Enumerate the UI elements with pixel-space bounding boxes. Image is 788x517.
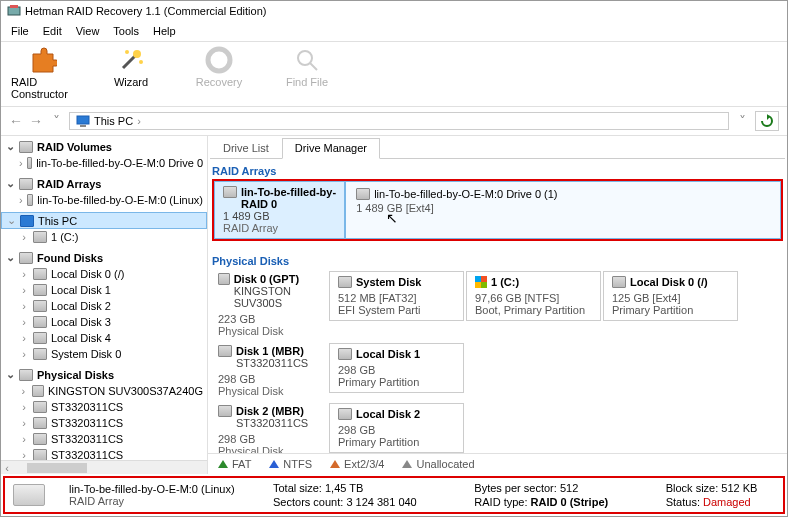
nav-chevron-down2-icon[interactable]: ˅: [735, 113, 749, 129]
drive-icon: [223, 186, 237, 198]
titlebar: Hetman RAID Recovery 1.1 (Commercial Edi…: [1, 1, 787, 21]
drive-icon: [33, 300, 47, 312]
chevron-down-icon: ⌄: [5, 251, 15, 264]
partition-card[interactable]: System Disk512 MB [FAT32]EFI System Part…: [329, 271, 464, 321]
tree-item[interactable]: ›Local Disk 0 (/): [1, 266, 207, 282]
tree-header[interactable]: ⌄Physical Disks: [1, 366, 207, 383]
partition-card[interactable]: Local Disk 0 (/)125 GB [Ext4]Primary Par…: [603, 271, 738, 321]
disk-card[interactable]: Disk 0 (GPT)KINGSTON SUV300S223 GBPhysic…: [212, 271, 327, 339]
menu-tools[interactable]: Tools: [107, 23, 145, 39]
disk-card[interactable]: Disk 1 (MBR)ST3320311CS298 GBPhysical Di…: [212, 343, 327, 399]
window-title: Hetman RAID Recovery 1.1 (Commercial Edi…: [25, 5, 266, 17]
tab-drive-manager[interactable]: Drive Manager: [282, 138, 380, 159]
tree-item[interactable]: ›ST3320311CS: [1, 415, 207, 431]
tool-label: Recovery: [196, 76, 242, 88]
tree-item[interactable]: ›Local Disk 2: [1, 298, 207, 314]
tree-item[interactable]: ›ST3320311CS: [1, 399, 207, 415]
tree-header[interactable]: ⌄RAID Volumes: [1, 138, 207, 155]
partition-card[interactable]: 1 (C:)97,66 GB [NTFS]Boot, Primary Parti…: [466, 271, 601, 321]
main-area: ⌄RAID Volumes›lin-To-be-filled-by-O-E-M:…: [1, 136, 787, 474]
chevron-right-icon: ›: [19, 157, 23, 169]
raid-name: lin-To-be-filled-by-: [241, 186, 336, 198]
tree-item[interactable]: ›Local Disk 3: [1, 314, 207, 330]
svg-point-6: [208, 49, 230, 71]
magnifier-icon: [293, 46, 321, 74]
tree-header[interactable]: ⌄Found Disks: [1, 249, 207, 266]
disks-container: Disk 0 (GPT)KINGSTON SUV300S223 GBPhysic…: [208, 269, 787, 453]
raid-level: RAID 0: [241, 198, 336, 210]
tree-item[interactable]: ›1 (C:): [1, 229, 207, 245]
tree-item[interactable]: ›Local Disk 1: [1, 282, 207, 298]
tab-drive-list[interactable]: Drive List: [210, 138, 282, 158]
puzzle-icon: [29, 46, 57, 74]
svg-rect-1: [10, 5, 18, 8]
tool-label: Find File: [286, 76, 328, 88]
chevron-right-icon: ›: [19, 417, 29, 429]
tree-item[interactable]: ›KINGSTON SUV300S37A240G: [1, 383, 207, 399]
tree-item[interactable]: ›lin-To-be-filled-by-O-E-M:0 Drive 0: [1, 155, 207, 171]
tree-group-label: RAID Arrays: [37, 178, 101, 190]
tree-item-label: System Disk 0: [51, 348, 121, 360]
legend-unallocated: Unallocated: [402, 458, 474, 470]
nav-chevron-down-icon[interactable]: ˅: [49, 113, 63, 129]
chevron-right-icon: ›: [19, 316, 29, 328]
nav-forward[interactable]: →: [29, 113, 43, 129]
tool-wizard[interactable]: Wizard: [99, 46, 163, 100]
chevron-right-icon: ›: [19, 348, 29, 360]
nav-refresh[interactable]: [755, 111, 779, 131]
breadcrumb[interactable]: This PC ›: [69, 112, 729, 130]
chevron-right-icon: ›: [19, 284, 29, 296]
tree-item[interactable]: ›ST3320311CS: [1, 431, 207, 447]
chevron-right-icon: ›: [19, 300, 29, 312]
group-icon: [19, 369, 33, 381]
tree-header[interactable]: ⌄This PC: [1, 212, 207, 229]
partition-card[interactable]: Local Disk 2298 GBPrimary Partition: [329, 403, 464, 453]
section-physical-disks: Physical Disks: [208, 249, 787, 269]
raid-card[interactable]: lin-To-be-filled-by- RAID 0 1 489 GB RAI…: [214, 181, 345, 239]
svg-point-3: [133, 50, 141, 58]
partition-card[interactable]: Local Disk 1298 GBPrimary Partition: [329, 343, 464, 393]
drive-icon: [33, 348, 47, 360]
chevron-right-icon: ›: [19, 433, 29, 445]
partition-name: lin-To-be-filled-by-O-E-M:0 Drive 0 (1): [374, 188, 557, 200]
tree-item-label: Local Disk 4: [51, 332, 111, 344]
chevron-down-icon: ⌄: [5, 140, 15, 153]
tool-recovery: Recovery: [187, 46, 251, 100]
tree-item-label: Local Disk 0 (/): [51, 268, 124, 280]
svg-point-4: [125, 50, 129, 54]
app-icon: [7, 4, 21, 18]
section-raid-arrays: RAID Arrays: [208, 159, 787, 179]
svg-rect-0: [8, 7, 20, 15]
this-pc-icon: [76, 115, 90, 127]
tree-item-label: KINGSTON SUV300S37A240G: [48, 385, 203, 397]
lifebuoy-icon: [205, 46, 233, 74]
tree-header[interactable]: ⌄RAID Arrays: [1, 175, 207, 192]
menu-edit[interactable]: Edit: [37, 23, 68, 39]
tree-item[interactable]: ›System Disk 0: [1, 346, 207, 362]
tree-item-label: ST3320311CS: [51, 433, 123, 445]
tabs: Drive List Drive Manager: [210, 138, 785, 159]
group-icon: [20, 215, 34, 227]
nav-back[interactable]: ←: [9, 113, 23, 129]
sidebar-scrollbar[interactable]: ‹: [1, 460, 207, 474]
tree-item[interactable]: ›Local Disk 4: [1, 330, 207, 346]
tool-find-file: Find File: [275, 46, 339, 100]
legend-fat: FAT: [218, 458, 251, 470]
disk-card[interactable]: Disk 2 (MBR)ST3320311CS298 GBPhysical Di…: [212, 403, 327, 453]
tool-raid-constructor[interactable]: RAID Constructor: [11, 46, 75, 100]
raid-partition[interactable]: lin-To-be-filled-by-O-E-M:0 Drive 0 (1) …: [345, 181, 781, 239]
menu-view[interactable]: View: [70, 23, 106, 39]
chevron-down-icon: ⌄: [5, 177, 15, 190]
tree-item-label: ST3320311CS: [51, 401, 123, 413]
drive-icon: [218, 345, 232, 357]
tree-item-label: Local Disk 2: [51, 300, 111, 312]
raid-size: 1 489 GB: [223, 210, 336, 222]
tree-item-label: lin-To-be-filled-by-O-E-M:0 Drive 0: [36, 157, 203, 169]
tree-group-label: Found Disks: [37, 252, 103, 264]
menu-file[interactable]: File: [5, 23, 35, 39]
group-icon: [19, 252, 33, 264]
menu-help[interactable]: Help: [147, 23, 182, 39]
chevron-right-icon: ›: [137, 115, 141, 127]
drive-icon: [338, 408, 352, 420]
tree-item[interactable]: ›lin-To-be-filled-by-O-E-M:0 (Linux): [1, 192, 207, 208]
